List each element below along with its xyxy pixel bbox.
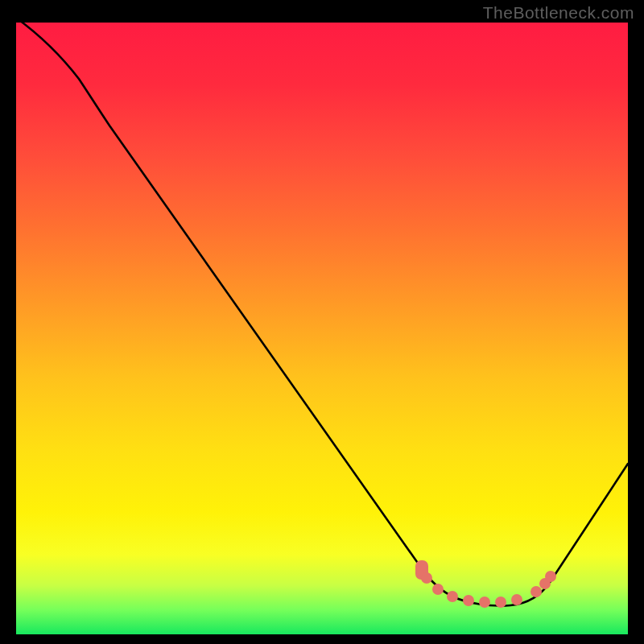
optimal-marker-icon — [463, 595, 474, 606]
heat-gradient-plot — [16, 23, 628, 634]
optimal-marker-icon — [421, 572, 432, 584]
optimal-marker-icon — [432, 584, 444, 595]
bottleneck-curve — [16, 18, 628, 606]
optimal-marker-icon — [447, 591, 458, 602]
bottleneck-curve-svg — [16, 23, 628, 634]
optimal-marker-icon — [511, 594, 522, 605]
optimal-marker-icon — [495, 597, 506, 608]
watermark-label: TheBottleneck.com — [483, 3, 634, 23]
chart-stage: TheBottleneck.com — [0, 0, 644, 644]
optimal-marker-icon — [479, 597, 490, 608]
optimal-marker-icon — [545, 571, 556, 582]
optimal-marker-icon — [530, 586, 542, 597]
